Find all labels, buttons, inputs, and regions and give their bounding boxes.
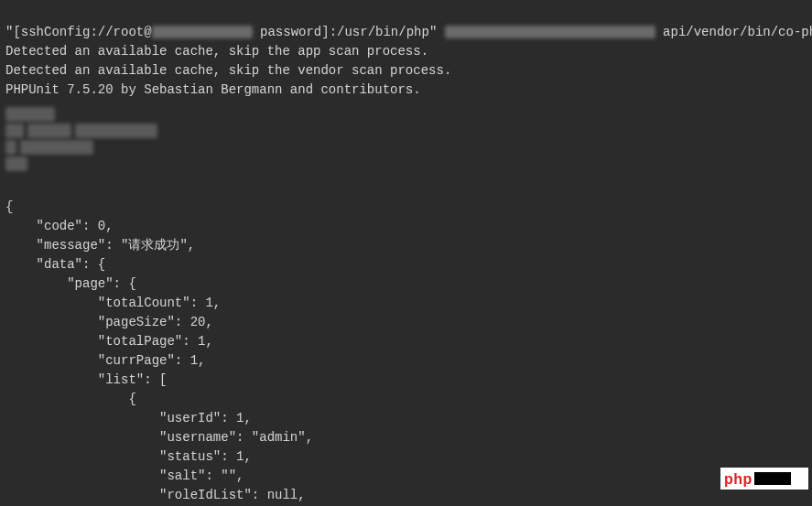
ssh-suffix: api/vendor/bin/co-ph [663,25,812,39]
ssh-command-line: "[sshConfig://root@ password]:/usr/bin/p… [5,25,812,39]
redacted-host [152,26,253,38]
watermark-badge: php [720,468,808,490]
phpunit-line: PHPUnit 7.5.20 by Sebastian Bergmann and… [5,82,421,97]
json-open: { [5,199,13,214]
json-code: "code": 0, [5,219,114,233]
ssh-mid: password]:/usr/bin/php" [260,25,437,39]
ssh-prefix: "[sshConfig://root@ [5,25,152,39]
json-page-open: "page": { [5,276,136,291]
watermark-cn-block [754,472,791,485]
redacted-path [445,26,655,38]
json-username: "username": "admin", [5,430,313,445]
json-salt: "salt": "", [5,468,244,483]
json-status: "status": 1, [5,449,252,464]
json-data-open: "data": { [5,257,105,272]
cache-app-line: Detected an available cache, skip the ap… [5,44,428,59]
json-output: { "code": 0, "message": "请求成功", "data": … [0,175,812,506]
json-pagesize: "pageSize": 20, [5,315,213,329]
json-list-open: "list": [ [5,372,167,387]
redacted-block [0,103,812,175]
json-roleidlist: "roleIdList": null, [5,488,306,502]
json-currpage: "currPage": 1, [5,353,205,368]
json-totalcount: "totalCount": 1, [5,296,221,310]
watermark-text: php [724,469,752,489]
json-message: "message": "请求成功", [5,238,195,253]
terminal-output: "[sshConfig://root@ password]:/usr/bin/p… [0,0,812,103]
json-item-open: { [5,392,136,406]
cache-vendor-line: Detected an available cache, skip the ve… [5,63,451,78]
json-totalpage: "totalPage": 1, [5,334,213,349]
json-userid: "userId": 1, [5,411,252,425]
